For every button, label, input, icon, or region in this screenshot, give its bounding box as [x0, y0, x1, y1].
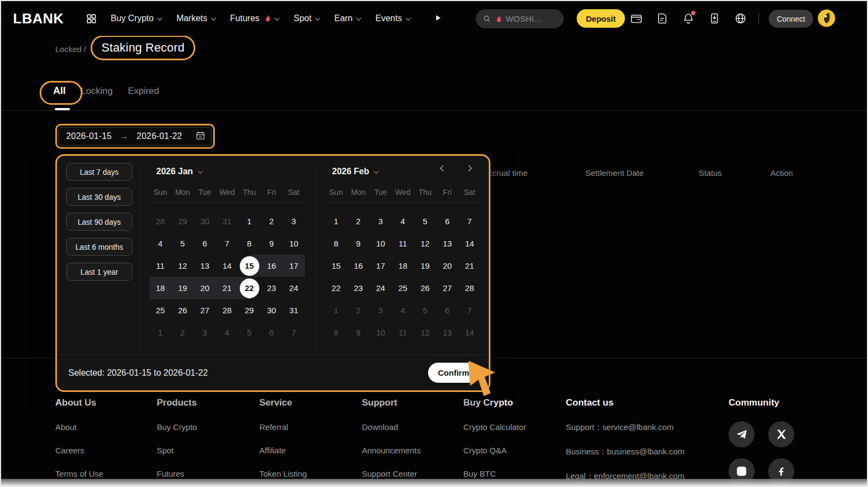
calendar-cell[interactable]: 15 [325, 255, 347, 277]
calendar-cell[interactable]: 31 [216, 210, 238, 232]
tab-expired[interactable]: Expired [128, 86, 159, 97]
calendar-cell[interactable]: 26 [171, 299, 194, 321]
calendar-cell[interactable]: 13 [194, 255, 216, 277]
confirm-button[interactable]: Confirm [428, 363, 479, 383]
calendar-cell[interactable]: 1 [238, 210, 260, 232]
quick-range-last-30-days[interactable]: Last 30 days [66, 188, 132, 206]
calendar-cell[interactable]: 10 [369, 321, 392, 344]
footer-link[interactable]: Token Listing [259, 469, 307, 478]
calendar-cell[interactable]: 20 [194, 277, 216, 299]
nav-more-arrow-icon[interactable] [436, 15, 441, 21]
orders-icon[interactable] [656, 12, 669, 25]
globe-icon[interactable] [734, 12, 747, 25]
quick-range-last-1-year[interactable]: Last 1 year [66, 263, 132, 281]
calendar-cell[interactable]: 8 [325, 321, 347, 344]
calendar-cell[interactable]: 2 [347, 210, 369, 232]
calendar-cell[interactable]: 16 [260, 255, 283, 277]
nav-item-futures[interactable]: Futures [230, 14, 279, 23]
calendar-cell[interactable]: 22 [238, 277, 260, 299]
footer-link[interactable]: Careers [55, 446, 103, 455]
footer-link[interactable]: Buy Crypto [157, 422, 197, 432]
calendar-cell[interactable]: 6 [194, 232, 216, 255]
next-month-button[interactable] [467, 166, 472, 172]
calendar-cell[interactable]: 11 [149, 255, 171, 277]
calendar-cell[interactable]: 24 [283, 277, 305, 299]
footer-link[interactable]: Buy BTC [463, 469, 526, 478]
bell-icon[interactable] [682, 12, 695, 25]
calendar-cell[interactable]: 3 [369, 210, 392, 232]
app-download-icon[interactable] [708, 12, 721, 25]
calendar-cell[interactable]: 25 [149, 299, 171, 321]
apps-grid-icon[interactable] [86, 13, 97, 27]
calendar-cell[interactable]: 3 [283, 210, 305, 232]
quick-range-last-90-days[interactable]: Last 90 days [66, 213, 132, 231]
nav-item-buy-crypto[interactable]: Buy Crypto [111, 14, 162, 23]
calendar-cell[interactable]: 11 [392, 321, 414, 344]
calendar-cell[interactable]: 4 [216, 321, 238, 344]
calendar-cell[interactable]: 5 [171, 232, 194, 255]
footer-link[interactable]: Crypto Q&A [463, 446, 526, 455]
calendar-cell[interactable]: 26 [414, 277, 436, 299]
calendar-cell[interactable]: 14 [458, 232, 481, 255]
calendar-cell[interactable]: 16 [347, 255, 369, 277]
connect-wallet-button[interactable]: Connect [769, 10, 813, 28]
calendar-cell[interactable]: 13 [436, 232, 458, 255]
tab-locking[interactable]: Locking [81, 86, 113, 97]
wallet-icon[interactable] [630, 12, 643, 25]
calendar-cell[interactable]: 22 [325, 277, 347, 299]
calendar-cell[interactable]: 27 [436, 277, 458, 299]
calendar-cell[interactable]: 18 [392, 255, 414, 277]
footer-link[interactable]: Support Center [362, 469, 420, 478]
calendar-cell[interactable]: 20 [436, 255, 458, 277]
calendar-cell[interactable]: 25 [392, 277, 414, 299]
search-box[interactable]: WOSHI... [476, 9, 564, 28]
footer-link[interactable]: Business：business@lbank.com [566, 447, 685, 457]
prev-month-button[interactable] [441, 166, 446, 172]
footer-link[interactable]: Announcements [362, 446, 420, 455]
calendar-cell[interactable]: 28 [458, 277, 481, 299]
calendar-cell[interactable]: 6 [436, 210, 458, 232]
calendar-cell[interactable]: 29 [171, 210, 194, 232]
calendar-cell[interactable]: 12 [414, 321, 436, 344]
calendar-cell[interactable]: 4 [149, 232, 171, 255]
calendar-cell[interactable]: 4 [392, 210, 414, 232]
calendar-cell[interactable]: 19 [414, 255, 436, 277]
calendar-cell[interactable]: 6 [260, 321, 283, 344]
calendar-cell[interactable]: 19 [171, 277, 194, 299]
calendar-cell[interactable]: 5 [414, 210, 436, 232]
telegram-icon[interactable] [729, 421, 755, 447]
calendar-cell[interactable]: 30 [194, 210, 216, 232]
footer-link[interactable]: Terms of Use [55, 469, 103, 478]
calendar-cell[interactable]: 17 [369, 255, 392, 277]
calendar-cell[interactable]: 31 [283, 299, 305, 321]
footer-link[interactable]: Crypto Calculator [463, 422, 526, 432]
calendar-cell[interactable]: 17 [283, 255, 305, 277]
calendar-cell[interactable]: 9 [347, 321, 369, 344]
calendar-cell[interactable]: 2 [171, 321, 194, 344]
calendar-cell[interactable]: 15 [238, 255, 260, 277]
calendar-cell[interactable]: 7 [458, 210, 481, 232]
calendar-cell[interactable]: 23 [260, 277, 283, 299]
footer-link[interactable]: About [55, 422, 103, 432]
footer-link[interactable]: Spot [157, 446, 197, 455]
calendar-cell[interactable]: 27 [194, 299, 216, 321]
calendar-cell[interactable]: 3 [369, 299, 392, 321]
footer-link[interactable]: Referral [259, 422, 307, 432]
calendar-cell[interactable]: 6 [436, 299, 458, 321]
calendar-cell[interactable]: 24 [369, 277, 392, 299]
calendar-cell[interactable]: 8 [325, 232, 347, 255]
quick-range-last-6-months[interactable]: Last 6 months [66, 238, 132, 256]
calendar-cell[interactable]: 4 [392, 299, 414, 321]
nav-item-spot[interactable]: Spot [293, 14, 320, 23]
nav-item-markets[interactable]: Markets [176, 14, 215, 23]
nav-item-earn[interactable]: Earn [334, 14, 361, 23]
calendar-cell[interactable]: 18 [149, 277, 171, 299]
calendar-cell[interactable]: 11 [392, 232, 414, 255]
calendar-cell[interactable]: 21 [216, 277, 238, 299]
calendar-cell[interactable]: 28 [216, 299, 238, 321]
lbank-logo[interactable]: LBANK [13, 10, 64, 27]
calendar-cell[interactable]: 14 [216, 255, 238, 277]
footer-link[interactable]: Affiliate [259, 446, 307, 455]
calendar-cell[interactable]: 23 [347, 277, 369, 299]
calendar-cell[interactable]: 13 [436, 321, 458, 344]
